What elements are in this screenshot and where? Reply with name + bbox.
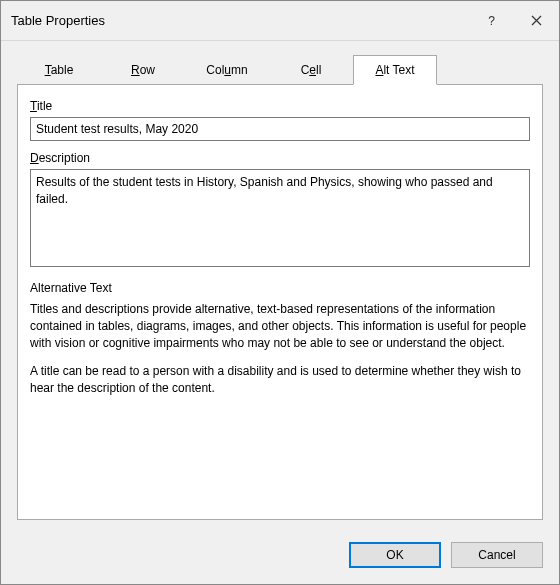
dialog-window: Table Properties ? Table Row Column Cell… [0, 0, 560, 585]
tab-strip: Table Row Column Cell Alt Text [17, 55, 543, 84]
tab-column[interactable]: Column [185, 55, 269, 84]
button-row: OK Cancel [1, 530, 559, 584]
dialog-body: Table Row Column Cell Alt Text Title Des… [1, 41, 559, 530]
cancel-button-label: Cancel [478, 548, 515, 562]
close-button[interactable] [514, 1, 559, 41]
ok-button[interactable]: OK [349, 542, 441, 568]
help-button[interactable]: ? [469, 1, 514, 41]
title-input[interactable] [30, 117, 530, 141]
tab-table[interactable]: Table [17, 55, 101, 84]
ok-button-label: OK [386, 548, 403, 562]
window-title: Table Properties [11, 13, 469, 28]
tab-row[interactable]: Row [101, 55, 185, 84]
info-paragraph-2: A title can be read to a person with a d… [30, 363, 530, 397]
tab-panel-alt-text: Title Description Alternative Text Title… [17, 84, 543, 520]
description-label: Description [30, 151, 530, 165]
alt-text-heading: Alternative Text [30, 281, 530, 295]
help-icon: ? [488, 14, 495, 28]
title-label: Title [30, 99, 530, 113]
cancel-button[interactable]: Cancel [451, 542, 543, 568]
tab-cell[interactable]: Cell [269, 55, 353, 84]
tab-alt-text[interactable]: Alt Text [353, 55, 437, 85]
description-textarea[interactable] [30, 169, 530, 267]
close-icon [531, 15, 542, 26]
info-paragraph-1: Titles and descriptions provide alternat… [30, 301, 530, 351]
titlebar: Table Properties ? [1, 1, 559, 41]
